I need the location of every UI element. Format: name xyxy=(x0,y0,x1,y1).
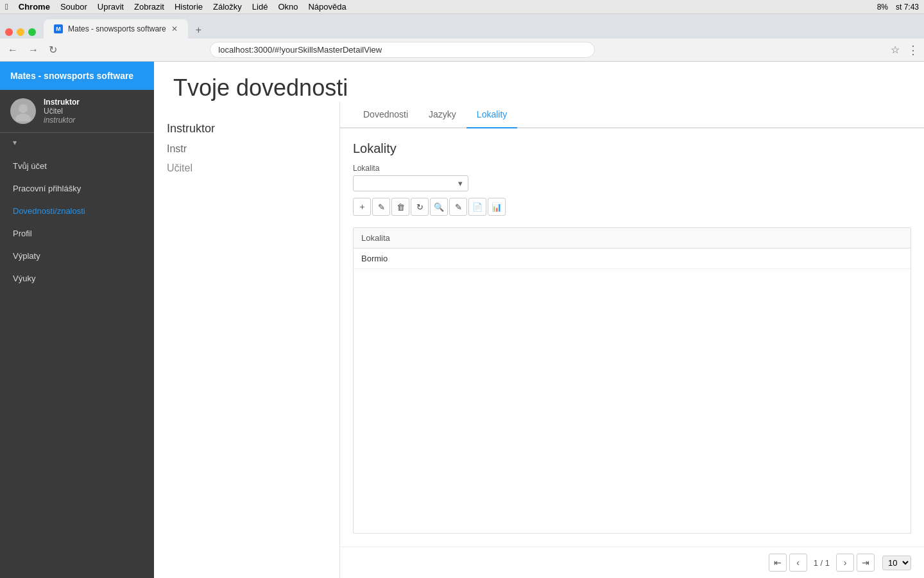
prev-page-button[interactable]: ‹ xyxy=(789,554,807,572)
sidebar-item-profile[interactable]: Profil xyxy=(0,222,154,245)
lokality-content: Lokality Lokalita ▾ ＋ ✎ 🗑 ↻ 🔍 xyxy=(340,128,924,547)
tabs-bar: Dovednosti Jazyky Lokality xyxy=(340,101,924,128)
page-info: 1 / 1 xyxy=(810,558,834,568)
lokalita-dropdown[interactable]: ▾ xyxy=(353,175,468,191)
skill-item-ucitel[interactable]: Učitel xyxy=(167,160,327,177)
first-page-button[interactable]: ⇤ xyxy=(769,554,787,572)
detail-panel: Dovednosti Jazyky Lokality Lokality Loka… xyxy=(340,101,924,578)
fullscreen-button[interactable] xyxy=(28,28,36,36)
content-area: Instruktor Instr Učitel Dovednosti Jazyk… xyxy=(154,101,924,578)
bookmark-icon[interactable]: ☆ xyxy=(891,44,900,56)
sidebar-nav: Tvůj účet Pracovní přihlášky Dovednosti/… xyxy=(0,150,154,295)
data-table: Lokalita Bormio xyxy=(353,227,911,534)
user-role: Instruktor xyxy=(44,98,80,107)
sidebar-item-payments[interactable]: Výplaty xyxy=(0,245,154,267)
menubar-okno[interactable]: Okno xyxy=(278,2,298,12)
skill-item-instr[interactable]: Instr xyxy=(167,141,327,157)
minimize-button[interactable] xyxy=(17,28,24,36)
close-button[interactable] xyxy=(5,28,13,36)
menubar-zobrazit[interactable]: Zobrazit xyxy=(134,2,164,12)
lokality-section-title: Lokality xyxy=(353,141,911,156)
next-page-button[interactable]: › xyxy=(836,554,854,572)
tab-bar: M Mates - snowsports software ✕ + xyxy=(0,14,924,39)
edit-button[interactable]: ✎ xyxy=(372,198,390,216)
pen-button[interactable]: ✎ xyxy=(449,198,467,216)
delete-button[interactable]: 🗑 xyxy=(391,198,409,216)
user-type: Učitel xyxy=(44,107,80,116)
sidebar-user-section: Instruktor Učitel instruktor xyxy=(0,90,154,133)
tab-jazyky[interactable]: Jazyky xyxy=(418,101,466,128)
sidebar: Mates - snowsports software Instruktor U… xyxy=(0,62,154,578)
page-title: Tvoje dovednosti xyxy=(173,74,905,101)
back-button[interactable]: ← xyxy=(5,42,21,58)
sidebar-item-lessons[interactable]: Výuky xyxy=(0,267,154,290)
menubar-battery: 8% xyxy=(877,3,888,12)
per-page-select[interactable]: 10 25 50 xyxy=(882,556,911,570)
svg-point-1 xyxy=(15,114,31,121)
sidebar-item-jobs[interactable]: Pracovní přihlášky xyxy=(0,177,154,200)
sidebar-header: Mates - snowsports software xyxy=(0,62,154,90)
refresh-button[interactable]: ↻ xyxy=(411,198,429,216)
page-header: Tvoje dovednosti xyxy=(154,62,924,101)
avatar xyxy=(10,98,36,124)
tab-close-icon[interactable]: ✕ xyxy=(171,24,178,33)
table-row[interactable]: Bormio xyxy=(354,249,911,269)
tab-dovednosti[interactable]: Dovednosti xyxy=(353,101,418,128)
traffic-lights xyxy=(5,28,36,36)
address-input[interactable]: localhost:3000/#!yourSkillsMasterDetailV… xyxy=(210,42,595,58)
pagination: ⇤ ‹ 1 / 1 › ⇥ 10 25 50 xyxy=(340,547,924,578)
menubar-historie[interactable]: Historie xyxy=(175,2,203,12)
tab-lokality[interactable]: Lokality xyxy=(466,101,517,128)
document-button[interactable]: 📄 xyxy=(468,198,486,216)
tab-title: Mates - snowsports software xyxy=(68,24,166,33)
table-header: Lokalita xyxy=(354,228,911,249)
svg-point-0 xyxy=(19,104,28,113)
menubar-chrome[interactable]: Chrome xyxy=(19,2,50,12)
chrome-window: M Mates - snowsports software ✕ + ← → ↻ … xyxy=(0,14,924,578)
chevron-down-icon: ▾ xyxy=(458,179,463,188)
menubar-clock: st 7:43 xyxy=(896,3,919,12)
app-title: Mates - snowsports software xyxy=(10,71,133,81)
add-button[interactable]: ＋ xyxy=(353,198,371,216)
tab-favicon: M xyxy=(54,24,63,33)
user-subtype: instruktor xyxy=(44,116,80,125)
skill-item-instruktor[interactable]: Instruktor xyxy=(167,119,327,138)
export-button[interactable]: 📊 xyxy=(488,198,506,216)
address-bar: ← → ↻ localhost:3000/#!yourSkillsMasterD… xyxy=(0,39,924,62)
sidebar-item-skills[interactable]: Dovednosti/znalosti xyxy=(0,200,154,222)
menubar-soubor[interactable]: Soubor xyxy=(60,2,87,12)
reload-button[interactable]: ↻ xyxy=(46,41,60,58)
active-tab[interactable]: M Mates - snowsports software ✕ xyxy=(44,19,188,39)
forward-button[interactable]: → xyxy=(26,42,41,58)
app-layout: Mates - snowsports software Instruktor U… xyxy=(0,62,924,578)
sidebar-item-account[interactable]: Tvůj účet xyxy=(0,155,154,177)
search-button[interactable]: 🔍 xyxy=(430,198,448,216)
last-page-button[interactable]: ⇥ xyxy=(857,554,875,572)
lokalita-field-label: Lokalita xyxy=(353,164,911,173)
toolbar: ＋ ✎ 🗑 ↻ 🔍 ✎ 📄 📊 xyxy=(353,198,911,216)
user-info: Instruktor Učitel instruktor xyxy=(44,98,80,125)
menu-icon[interactable]: ⋮ xyxy=(907,43,919,57)
skills-panel: Instruktor Instr Učitel xyxy=(154,101,340,578)
apple-icon[interactable]:  xyxy=(5,2,8,12)
skills-list: Instruktor Instr Učitel xyxy=(167,119,327,177)
menubar-upravit[interactable]: Upravit xyxy=(98,2,124,12)
new-tab-button[interactable]: + xyxy=(191,22,207,39)
menubar:  Chrome Soubor Upravit Zobrazit Histori… xyxy=(0,0,924,14)
user-chevron-icon[interactable]: ▾ xyxy=(0,136,154,150)
menubar-zalozky[interactable]: Záložky xyxy=(213,2,242,12)
menubar-lide[interactable]: Lidé xyxy=(252,2,268,12)
main-content: Tvoje dovednosti Instruktor Instr Učitel xyxy=(154,62,924,578)
menubar-napoveda[interactable]: Nápověda xyxy=(308,2,346,12)
